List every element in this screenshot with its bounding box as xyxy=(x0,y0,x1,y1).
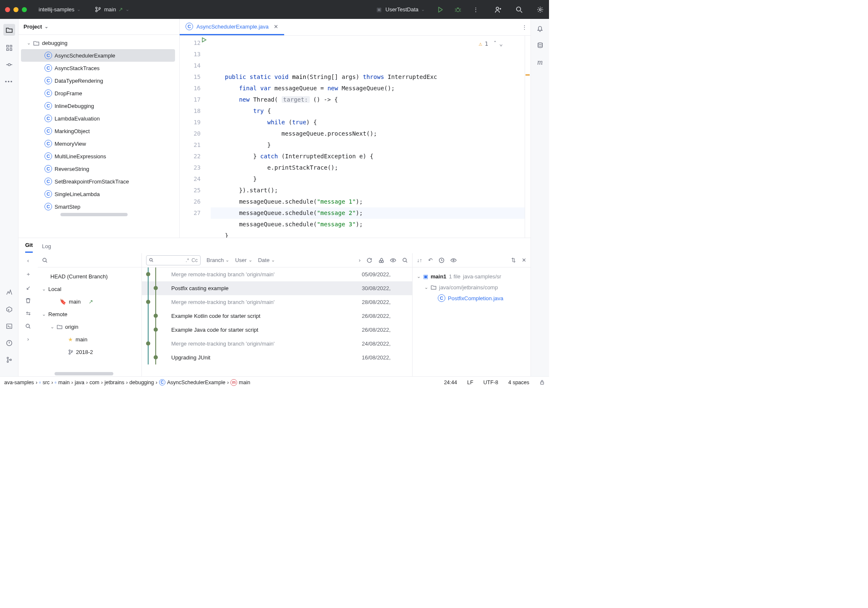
readonly-toggle-icon[interactable] xyxy=(539,380,545,385)
editor-body[interactable]: ⚠ 1 ˆ ⌄ public static void main(String[]… xyxy=(211,36,525,238)
branch-group-origin[interactable]: ⌄origin xyxy=(38,320,141,333)
vcs-tab-log[interactable]: Log xyxy=(42,243,51,253)
breadcrumb-item[interactable]: mmain xyxy=(230,379,250,386)
search-icon[interactable] xyxy=(402,257,408,263)
arrow-down-icon[interactable]: ↓↑ xyxy=(417,257,422,263)
branches-h-scrollbar[interactable] xyxy=(38,372,141,376)
commits-list[interactable]: Merge remote-tracking branch 'origin/mai… xyxy=(142,267,412,376)
commit-row[interactable]: Merge remote-tracking branch 'origin/mai… xyxy=(142,267,412,281)
inspection-widget[interactable]: ⚠ 1 ˆ ⌄ xyxy=(478,38,503,50)
commits-search-input[interactable]: .*Cc xyxy=(146,255,201,265)
debug-icon[interactable] xyxy=(454,6,462,13)
tree-file[interactable]: CMarkingObject xyxy=(18,125,179,137)
cherry-pick-icon[interactable] xyxy=(378,257,384,263)
vcs-branch-widget[interactable]: main ↗ ⌄ xyxy=(94,6,129,13)
tree-file[interactable]: CLambdaEvaluation xyxy=(18,112,179,125)
tree-file[interactable]: CAsyncStackTraces xyxy=(18,62,179,74)
code-with-me-icon[interactable] xyxy=(494,6,502,13)
run-gutter-icon[interactable] xyxy=(201,37,207,42)
commit-row[interactable]: Example Kotlin code for starter script26… xyxy=(142,309,412,323)
search-icon[interactable] xyxy=(515,6,523,13)
go-to-hash-icon[interactable]: › xyxy=(359,257,361,263)
caret-position[interactable]: 24:44 xyxy=(444,380,457,385)
branch-item[interactable]: ★main xyxy=(38,333,141,346)
history-icon[interactable] xyxy=(439,257,444,263)
tree-file[interactable]: CDataTypeRendering xyxy=(18,74,179,87)
close-window-icon[interactable] xyxy=(5,7,10,12)
refresh-icon[interactable] xyxy=(366,257,372,263)
tabs-more-icon[interactable]: ⋮ xyxy=(518,19,531,35)
breadcrumb-item[interactable]: ▫main xyxy=(55,380,70,385)
branch-head[interactable]: HEAD (Current Branch) xyxy=(38,270,141,283)
tree-file[interactable]: CAsyncSchedulerExample xyxy=(21,49,175,62)
problems-tool-icon[interactable] xyxy=(5,338,14,348)
eye-icon[interactable] xyxy=(450,258,457,263)
minimize-window-icon[interactable] xyxy=(13,7,18,12)
line-separator[interactable]: LF xyxy=(467,380,473,385)
arrow-swap-icon[interactable]: ⇆ xyxy=(26,310,31,317)
breadcrumb-item[interactable]: com xyxy=(89,380,99,385)
filter-user[interactable]: User⌄ xyxy=(235,257,252,263)
commit-row[interactable]: Merge remote-tracking branch 'origin/mai… xyxy=(142,337,412,351)
breadcrumb-item[interactable]: CAsyncSchedulerExample xyxy=(159,379,225,385)
chevron-up-icon[interactable]: ˆ xyxy=(493,38,497,50)
terminal-tool-icon[interactable] xyxy=(5,322,14,331)
nav-breadcrumbs[interactable]: ava-samples›▫src›▫main›java›com›jetbrain… xyxy=(4,379,250,386)
tree-file[interactable]: CInlineDebugging xyxy=(18,100,179,112)
project-selector[interactable]: intellij-samples ⌄ xyxy=(39,6,81,13)
editor-error-stripe[interactable] xyxy=(525,36,531,238)
editor-gutter[interactable]: 12131415161718192021222324252627 xyxy=(180,36,211,238)
close-tab-icon[interactable]: ✕ xyxy=(274,24,278,30)
undo-icon[interactable]: ↶ xyxy=(428,257,433,263)
filter-branch[interactable]: Branch⌄ xyxy=(207,257,229,263)
breadcrumb-item[interactable]: ▫src xyxy=(39,380,50,385)
breadcrumb-item[interactable]: java xyxy=(75,380,84,385)
tree-file[interactable]: CMemoryView xyxy=(18,137,179,150)
branch-item[interactable]: 🔖main ↗ xyxy=(38,295,141,308)
filter-date[interactable]: Date⌄ xyxy=(258,257,275,263)
breadcrumb-item[interactable]: jetbrains xyxy=(105,380,124,385)
project-tool-header[interactable]: Project ⌄ xyxy=(18,19,179,35)
chevron-down-icon[interactable]: ⌄ xyxy=(499,38,503,50)
details-header[interactable]: ⌄ ▣ main1 1 file java-samples/sr xyxy=(417,271,526,282)
close-icon[interactable]: ✕ xyxy=(522,257,526,263)
branch-group-local[interactable]: ⌄Local xyxy=(38,283,141,295)
details-folder[interactable]: ⌄ java/com/jetbrains/comp xyxy=(417,282,526,293)
tree-file[interactable]: CReverseString xyxy=(18,162,179,175)
tree-folder[interactable]: ⌄ debugging xyxy=(18,37,179,49)
tree-file[interactable]: CMultiLineExpressions xyxy=(18,150,179,162)
tree-h-scrollbar[interactable] xyxy=(18,213,179,217)
eye-icon[interactable] xyxy=(390,258,396,263)
search-icon[interactable] xyxy=(25,323,31,329)
maven-tool-icon[interactable]: m xyxy=(536,58,545,67)
zoom-window-icon[interactable] xyxy=(22,7,27,12)
settings-icon[interactable] xyxy=(536,6,544,13)
profiler-tool-icon[interactable] xyxy=(5,288,14,297)
commit-row[interactable]: Postfix casting example30/08/2022, xyxy=(142,281,412,295)
tree-file[interactable]: CSetBreakpointFromStackTrace xyxy=(18,175,179,188)
run-config-selector[interactable]: ▣ UserTestData ⌄ xyxy=(375,6,425,13)
branch-item[interactable]: 2018-2 xyxy=(38,346,141,358)
chevron-left-icon[interactable]: ‹ xyxy=(27,257,29,264)
editor-tab[interactable]: C AsyncSchedulerExample.java ✕ xyxy=(180,19,284,35)
notifications-icon[interactable] xyxy=(536,24,545,33)
expand-collapse-icon[interactable]: ⇅ xyxy=(511,257,516,263)
vcs-tool-icon[interactable] xyxy=(5,355,14,364)
indent-setting[interactable]: 4 spaces xyxy=(508,380,529,385)
database-tool-icon[interactable] xyxy=(536,41,545,50)
run-icon[interactable] xyxy=(437,6,444,13)
commit-row[interactable]: Merge remote-tracking branch 'origin/mai… xyxy=(142,295,412,309)
trash-icon[interactable] xyxy=(25,298,31,304)
tree-file[interactable]: CDropFrame xyxy=(18,87,179,100)
more-vertical-icon[interactable]: ⋮ xyxy=(472,6,479,13)
details-file[interactable]: C PostfixCompletion.java xyxy=(417,293,526,304)
commit-row[interactable]: Example Java code for starter script26/0… xyxy=(142,323,412,337)
chevron-right-icon[interactable]: › xyxy=(27,336,29,342)
vcs-tab-git[interactable]: Git xyxy=(25,242,33,253)
services-tool-icon[interactable] xyxy=(5,305,14,314)
project-tree[interactable]: ⌄ debugging CAsyncSchedulerExampleCAsync… xyxy=(18,35,179,238)
branch-group-remote[interactable]: ⌄Remote xyxy=(38,308,141,320)
file-encoding[interactable]: UTF-8 xyxy=(484,380,498,385)
tree-file[interactable]: CSmartStep xyxy=(18,200,179,213)
arrow-down-left-icon[interactable]: ↙ xyxy=(26,285,31,291)
